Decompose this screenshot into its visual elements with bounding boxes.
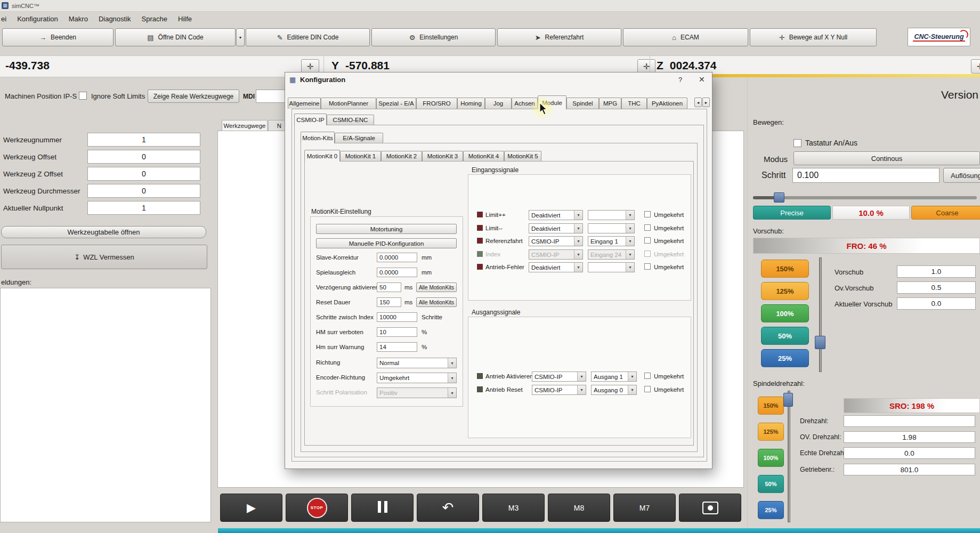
fro-100-button[interactable]: 100% (761, 304, 809, 322)
m7-button[interactable]: M7 (613, 494, 676, 522)
tastatur-checkbox[interactable] (793, 139, 801, 147)
limit-minus-pin-select[interactable]: ▾ (588, 223, 635, 233)
wzl-vermessen-button[interactable]: ↧ WZL Vermessen (1, 245, 207, 269)
manuelle-pid-button[interactable]: Manuelle PID-Konfiguration (316, 238, 457, 248)
tab-allgemeine[interactable]: Allgemeine (288, 98, 321, 109)
sro-50-button[interactable]: 50% (758, 475, 784, 493)
alle-motionkits-button-1[interactable]: Alle MotionKits (416, 282, 457, 292)
tab-thc[interactable]: THC (621, 98, 647, 109)
slave-korrektur-input[interactable] (377, 253, 417, 262)
hm-surr-verboten-input[interactable] (377, 327, 417, 337)
antrieb-fehler-device-select[interactable]: Deaktiviert ▾ (529, 262, 583, 272)
antrieb-aktivieren-device-select[interactable]: CSMIO-IP ▾ (532, 372, 586, 382)
fro-25-button[interactable]: 25% (761, 349, 809, 367)
play-button[interactable]: ▶ (220, 494, 282, 522)
tab-motionkit-1[interactable]: MotionKit 1 (340, 151, 381, 161)
zero-z-button[interactable]: ✛ (971, 59, 980, 74)
alle-motionkits-button-2[interactable]: Alle MotionKits (416, 297, 457, 307)
oeffne-din-dropdown-button[interactable]: ▾ (236, 28, 245, 46)
tab-motionkit-0[interactable]: MotionKit 0 (304, 150, 340, 161)
oeffne-din-code-button[interactable]: ▤ Öffne DIN Code (115, 28, 236, 46)
werkzeugtabelle-oeffnen-button[interactable]: Werkzeugtabelle öffnen (1, 226, 206, 238)
limit-plus-invert-checkbox[interactable] (644, 211, 651, 217)
zero-y-button[interactable]: ✛ (637, 59, 655, 74)
hm-surr-warnung-input[interactable] (377, 342, 417, 352)
werkzeug-z-offset-value[interactable]: 0 (87, 167, 200, 181)
editiere-din-code-button[interactable]: ✎ Editiere DIN Code (246, 28, 370, 46)
encoder-richtung-select[interactable]: Umgekehrt ▾ (377, 373, 457, 383)
tab-csmio-enc[interactable]: CSMIO-ENC (327, 115, 374, 125)
coarse-button[interactable]: Coarse (911, 206, 980, 220)
antrieb-aktivieren-pin-select[interactable]: Ausgang 1 ▾ (591, 372, 637, 382)
einstellungen-button[interactable]: ⚙ Einstellungen (371, 28, 496, 46)
referenzfahrt-invert-checkbox[interactable] (644, 237, 651, 244)
fro-slider-track[interactable] (819, 257, 822, 372)
tab-scroll-left-button[interactable]: ◄ (694, 98, 702, 107)
rewind-button[interactable]: ↶ (417, 494, 479, 522)
limit-plus-device-select[interactable]: Deaktiviert ▾ (529, 210, 583, 220)
tab-csmio-ip[interactable]: CSMIO-IP (294, 114, 327, 125)
menu-item-datei-partial[interactable]: ei (0, 13, 12, 25)
menu-item-sprache[interactable]: Sprache (136, 13, 173, 25)
beenden-button[interactable]: → Beenden (2, 28, 114, 46)
tab-ea-signale[interactable]: E/A-Signale (335, 133, 383, 143)
tab-mpg[interactable]: MPG (599, 98, 621, 109)
tab-motionkit-3[interactable]: MotionKit 3 (422, 151, 463, 161)
verzoegerung-input[interactable] (377, 282, 401, 292)
menu-item-hilfe[interactable]: Hilfe (173, 13, 197, 25)
aufloesung-button[interactable]: Auflösung (943, 168, 980, 183)
tab-motionplanner[interactable]: MotionPlanner (321, 98, 376, 109)
antrieb-aktivieren-invert-checkbox[interactable] (644, 373, 651, 379)
tab-motion-kits[interactable]: Motion-Kits (301, 132, 335, 143)
fro-slider-handle[interactable] (815, 336, 825, 349)
tab-achsen[interactable]: Achsen (512, 98, 538, 109)
step-slider-track[interactable] (753, 196, 977, 199)
sro-slider-handle[interactable] (783, 393, 793, 407)
limit-minus-device-select[interactable]: Deaktiviert ▾ (529, 223, 583, 233)
tab-homing[interactable]: Homing (457, 98, 485, 109)
tab-motionkit-5[interactable]: MotionKit 5 (504, 151, 541, 161)
richtung-select[interactable]: Normal ▾ (377, 358, 457, 368)
referenzfahrt-pin-select[interactable]: Eingang 1 ▾ (588, 236, 635, 246)
fro-125-button[interactable]: 125% (761, 282, 809, 300)
m8-button[interactable]: M8 (548, 494, 610, 522)
tab-werkzeugwege[interactable]: Werkzeugwege (222, 120, 268, 131)
spielausgleich-input[interactable] (377, 268, 417, 277)
antrieb-reset-pin-select[interactable]: Ausgang 0 ▾ (591, 385, 637, 395)
reset-dauer-input[interactable] (377, 297, 401, 307)
m3-button[interactable]: M3 (482, 494, 545, 522)
sro-150-button[interactable]: 150% (758, 397, 784, 415)
zero-x-button[interactable]: ✛ (301, 59, 319, 74)
limit-minus-invert-checkbox[interactable] (644, 224, 651, 231)
dialog-help-button[interactable]: ? (678, 76, 682, 84)
stop-button[interactable]: STOP (286, 494, 348, 522)
sro-100-button[interactable]: 100% (758, 449, 784, 467)
zeige-reale-werkzeugwege-button[interactable]: Zeige Reale Werkzeugwege (148, 90, 239, 103)
tab-spindel[interactable]: Spindel (566, 98, 599, 109)
werkzeug-durchmesser-value[interactable]: 0 (87, 184, 200, 198)
pause-button[interactable] (351, 494, 414, 522)
tab-jog[interactable]: Jog (485, 98, 512, 109)
referenzfahrt-device-select[interactable]: CSMIO-IP ▾ (529, 236, 583, 246)
dialog-close-button[interactable]: ✕ (699, 75, 705, 84)
antrieb-reset-device-select[interactable]: CSMIO-IP ▾ (532, 385, 586, 395)
aktueller-nullpunkt-value[interactable]: 1 (87, 201, 200, 215)
tab-spezial-ea[interactable]: Spezial - E/A (376, 98, 416, 109)
limit-plus-pin-select[interactable]: ▾ (588, 210, 635, 220)
record-button[interactable] (679, 494, 741, 522)
werkzeug-offset-value[interactable]: 0 (87, 150, 200, 164)
menu-item-konfiguration[interactable]: Konfiguration (12, 13, 63, 25)
vorschub-value[interactable]: 1.0 (897, 265, 976, 278)
schritte-zwisch-index-input[interactable] (377, 312, 417, 322)
bewege-xy-null-button[interactable]: ✛ Bewege auf X Y Null (750, 28, 877, 46)
motortuning-button[interactable]: Motortuning (316, 224, 457, 234)
menu-item-makro[interactable]: Makro (63, 13, 93, 25)
precise-button[interactable]: Precise (753, 206, 831, 220)
antrieb-fehler-pin-select[interactable]: ▾ (588, 262, 635, 272)
sro-slider-track[interactable] (788, 391, 790, 522)
tab-motionkit-2[interactable]: MotionKit 2 (381, 151, 422, 161)
referenzfahrt-button[interactable]: ➤ Referenzfahrt (497, 28, 621, 46)
werkzeugnummer-value[interactable]: 1 (87, 133, 200, 147)
fro-150-button[interactable]: 150% (761, 260, 809, 278)
ignore-soft-limits-checkbox[interactable] (79, 92, 87, 100)
